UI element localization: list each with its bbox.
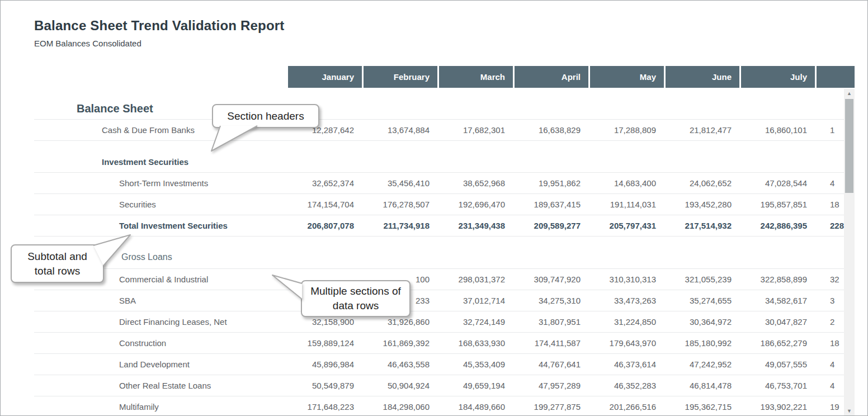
cell-value: 322,858,899 bbox=[739, 275, 815, 284]
vertical-scrollbar[interactable]: ▲ ▼ bbox=[844, 89, 855, 416]
column-header-month: May bbox=[588, 66, 664, 88]
cell-value: 46,352,283 bbox=[588, 381, 664, 390]
table-row: Construction159,889,124161,869,392168,63… bbox=[34, 333, 855, 354]
cell-value: 16,638,829 bbox=[513, 125, 588, 135]
cell-value: 184,489,660 bbox=[437, 402, 513, 412]
table-row: Investment Securities bbox=[34, 141, 855, 173]
cell-value: 171,648,223 bbox=[286, 402, 362, 412]
cell-value: 49,057,555 bbox=[739, 360, 815, 369]
row-label: SBA bbox=[34, 296, 286, 305]
table-row: Securities174,154,704176,278,507192,696,… bbox=[34, 194, 855, 215]
cell-value: 193,902,221 bbox=[739, 402, 815, 412]
row-label: Direct Financing Leases, Net bbox=[34, 317, 286, 327]
column-header-month: February bbox=[362, 66, 437, 88]
table-row: Land Development45,896,98446,463,55845,3… bbox=[34, 354, 855, 375]
cell-value: 46,753,701 bbox=[739, 381, 815, 390]
cell-value: 50,904,924 bbox=[362, 381, 437, 390]
column-header-month: July bbox=[739, 66, 815, 88]
column-header-month: April bbox=[513, 66, 588, 88]
cell-value: 32,158,900 bbox=[286, 317, 362, 327]
row-label-column-spacer bbox=[34, 66, 286, 88]
cell-value: 174,411,587 bbox=[513, 338, 588, 348]
balance-sheet-table: JanuaryFebruaryMarchAprilMayJuneJuly Bal… bbox=[34, 66, 855, 416]
cell-value: 17,288,809 bbox=[588, 125, 664, 135]
cell-value: 49,659,194 bbox=[437, 381, 513, 390]
cell-value: 44,767,641 bbox=[513, 360, 588, 369]
cell-value: 205,797,431 bbox=[588, 221, 664, 230]
row-label: Securities bbox=[34, 200, 286, 209]
cell-value: 309,747,920 bbox=[513, 275, 588, 284]
cell-value: 35,274,655 bbox=[664, 296, 739, 305]
cell-value: 192,696,470 bbox=[437, 200, 513, 209]
table-row: SBA23337,012,71434,275,31033,473,26335,2… bbox=[34, 290, 855, 311]
page-title: Balance Sheet Trend Validation Report bbox=[34, 18, 285, 34]
cell-value: 21,812,477 bbox=[664, 125, 739, 135]
cell-value: 17,682,301 bbox=[437, 125, 513, 135]
cell-value: 199,277,875 bbox=[513, 402, 588, 412]
cell-value: 46,463,558 bbox=[362, 360, 437, 369]
cell-value: 46,814,478 bbox=[664, 381, 739, 390]
cell-value: 31,926,860 bbox=[362, 317, 437, 327]
column-header-month: March bbox=[437, 66, 513, 88]
cell-value: 321,055,239 bbox=[664, 275, 739, 284]
cell-value: 45,353,409 bbox=[437, 360, 513, 369]
column-header-month-clipped bbox=[815, 66, 855, 88]
scroll-down-icon[interactable]: ▼ bbox=[844, 406, 855, 416]
row-label: Other Real Estate Loans bbox=[34, 381, 286, 390]
cell-value: 179,643,970 bbox=[588, 338, 664, 348]
scrollbar-thumb[interactable] bbox=[845, 99, 853, 193]
table-row: Commercial & Industrial100298,031,372309… bbox=[34, 269, 855, 290]
page-subtitle: EOM Balances Consolidated bbox=[34, 39, 141, 48]
row-label: Short-Term Investments bbox=[34, 178, 286, 188]
cell-value: 191,114,031 bbox=[588, 200, 664, 209]
row-label: Land Development bbox=[34, 360, 286, 369]
cell-value: 209,589,277 bbox=[513, 221, 588, 230]
cell-value: 310,310,313 bbox=[588, 275, 664, 284]
table-row: Multifamily171,648,223184,298,060184,489… bbox=[34, 396, 855, 416]
column-header-month: January bbox=[286, 66, 362, 88]
cell-value: 13,674,884 bbox=[362, 125, 437, 135]
cell-value: 45,896,984 bbox=[286, 360, 362, 369]
cell-value: 32,724,149 bbox=[437, 317, 513, 327]
cell-value: 161,869,392 bbox=[362, 338, 437, 348]
cell-value: 47,957,289 bbox=[513, 381, 588, 390]
callout-multiple-sections: Multiple sections of data rows bbox=[301, 280, 411, 317]
cell-value: 46,373,614 bbox=[588, 360, 664, 369]
cell-value: 33,473,263 bbox=[588, 296, 664, 305]
table-row: Balance Sheet bbox=[34, 98, 855, 120]
cell-value: 31,224,850 bbox=[588, 317, 664, 327]
cell-value: 186,652,279 bbox=[739, 338, 815, 348]
column-header-row: JanuaryFebruaryMarchAprilMayJuneJuly bbox=[34, 66, 855, 88]
callout-section-headers: Section headers bbox=[212, 104, 319, 128]
cell-value: 159,889,124 bbox=[286, 338, 362, 348]
cell-value: 211,734,918 bbox=[362, 221, 437, 230]
cell-value: 217,514,932 bbox=[664, 221, 739, 230]
cell-value: 14,683,400 bbox=[588, 178, 664, 188]
cell-value: 206,807,078 bbox=[286, 221, 362, 230]
table-row: Total Investment Securities206,807,07821… bbox=[34, 215, 855, 237]
cell-value: 37,012,714 bbox=[437, 296, 513, 305]
column-header-month: June bbox=[664, 66, 739, 88]
report-window: Balance Sheet Trend Validation Report EO… bbox=[0, 0, 868, 416]
cell-value: 185,180,992 bbox=[664, 338, 739, 348]
cell-value: 47,242,952 bbox=[664, 360, 739, 369]
cell-value: 31,807,951 bbox=[513, 317, 588, 327]
cell-value: 38,652,968 bbox=[437, 178, 513, 188]
cell-value: 30,364,972 bbox=[664, 317, 739, 327]
row-label: Construction bbox=[34, 338, 286, 348]
scroll-up-icon[interactable]: ▲ bbox=[844, 89, 855, 98]
cell-value: 184,298,060 bbox=[362, 402, 437, 412]
table-body: Balance SheetCash & Due From Banks12,287… bbox=[34, 98, 855, 416]
table-row: Cash & Due From Banks12,287,64213,674,88… bbox=[34, 120, 855, 141]
cell-value: 47,028,544 bbox=[739, 178, 815, 188]
cell-value: 34,582,617 bbox=[739, 296, 815, 305]
callout-subtotal-total-rows: Subtotal and total rows bbox=[11, 244, 104, 283]
cell-value: 32,652,374 bbox=[286, 178, 362, 188]
cell-value: 30,047,827 bbox=[739, 317, 815, 327]
cell-value: 24,062,652 bbox=[664, 178, 739, 188]
cell-value: 195,362,715 bbox=[664, 402, 739, 412]
cell-value: 176,278,507 bbox=[362, 200, 437, 209]
cell-value: 201,266,516 bbox=[588, 402, 664, 412]
row-label: Investment Securities bbox=[34, 157, 286, 172]
cell-value: 298,031,372 bbox=[437, 275, 513, 284]
